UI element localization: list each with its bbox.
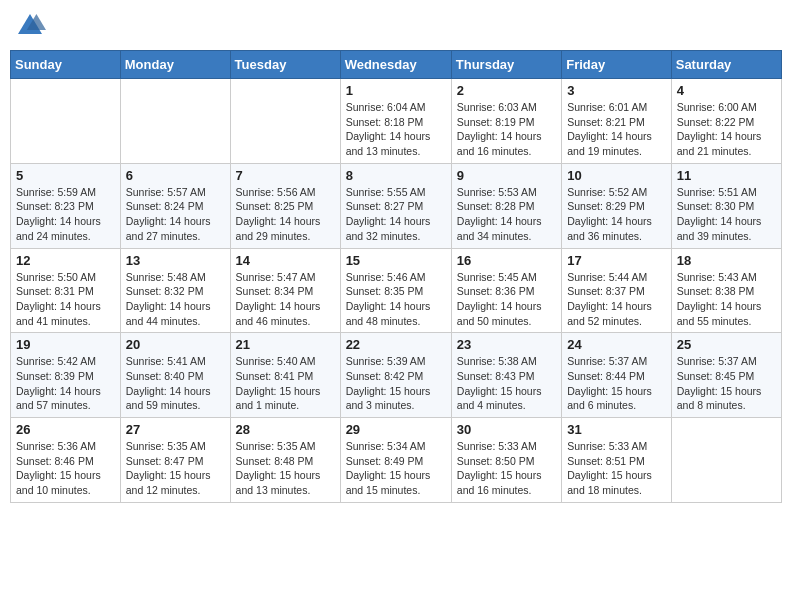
day-info: Sunrise: 5:46 AMSunset: 8:35 PMDaylight:… xyxy=(346,270,446,329)
day-number: 17 xyxy=(567,253,666,268)
day-number: 1 xyxy=(346,83,446,98)
day-number: 27 xyxy=(126,422,225,437)
calendar-cell: 31Sunrise: 5:33 AMSunset: 8:51 PMDayligh… xyxy=(562,418,672,503)
day-number: 15 xyxy=(346,253,446,268)
day-header-thursday: Thursday xyxy=(451,51,561,79)
day-info: Sunrise: 5:57 AMSunset: 8:24 PMDaylight:… xyxy=(126,185,225,244)
day-info: Sunrise: 5:53 AMSunset: 8:28 PMDaylight:… xyxy=(457,185,556,244)
calendar-cell: 5Sunrise: 5:59 AMSunset: 8:23 PMDaylight… xyxy=(11,163,121,248)
calendar-cell: 14Sunrise: 5:47 AMSunset: 8:34 PMDayligh… xyxy=(230,248,340,333)
day-header-monday: Monday xyxy=(120,51,230,79)
calendar-cell: 18Sunrise: 5:43 AMSunset: 8:38 PMDayligh… xyxy=(671,248,781,333)
calendar-cell: 29Sunrise: 5:34 AMSunset: 8:49 PMDayligh… xyxy=(340,418,451,503)
calendar-cell: 21Sunrise: 5:40 AMSunset: 8:41 PMDayligh… xyxy=(230,333,340,418)
day-info: Sunrise: 6:04 AMSunset: 8:18 PMDaylight:… xyxy=(346,100,446,159)
day-info: Sunrise: 5:39 AMSunset: 8:42 PMDaylight:… xyxy=(346,354,446,413)
day-header-saturday: Saturday xyxy=(671,51,781,79)
day-number: 9 xyxy=(457,168,556,183)
calendar-week-2: 12Sunrise: 5:50 AMSunset: 8:31 PMDayligh… xyxy=(11,248,782,333)
day-header-tuesday: Tuesday xyxy=(230,51,340,79)
day-number: 7 xyxy=(236,168,335,183)
calendar-week-0: 1Sunrise: 6:04 AMSunset: 8:18 PMDaylight… xyxy=(11,79,782,164)
calendar-cell xyxy=(671,418,781,503)
day-number: 4 xyxy=(677,83,776,98)
day-info: Sunrise: 5:44 AMSunset: 8:37 PMDaylight:… xyxy=(567,270,666,329)
calendar-cell: 11Sunrise: 5:51 AMSunset: 8:30 PMDayligh… xyxy=(671,163,781,248)
day-number: 20 xyxy=(126,337,225,352)
day-info: Sunrise: 5:37 AMSunset: 8:44 PMDaylight:… xyxy=(567,354,666,413)
day-number: 3 xyxy=(567,83,666,98)
day-number: 6 xyxy=(126,168,225,183)
day-number: 12 xyxy=(16,253,115,268)
day-number: 31 xyxy=(567,422,666,437)
calendar-cell: 22Sunrise: 5:39 AMSunset: 8:42 PMDayligh… xyxy=(340,333,451,418)
day-info: Sunrise: 5:52 AMSunset: 8:29 PMDaylight:… xyxy=(567,185,666,244)
day-info: Sunrise: 5:38 AMSunset: 8:43 PMDaylight:… xyxy=(457,354,556,413)
day-number: 25 xyxy=(677,337,776,352)
day-info: Sunrise: 5:50 AMSunset: 8:31 PMDaylight:… xyxy=(16,270,115,329)
calendar-cell: 13Sunrise: 5:48 AMSunset: 8:32 PMDayligh… xyxy=(120,248,230,333)
calendar-cell: 27Sunrise: 5:35 AMSunset: 8:47 PMDayligh… xyxy=(120,418,230,503)
header xyxy=(10,10,782,42)
day-info: Sunrise: 5:33 AMSunset: 8:51 PMDaylight:… xyxy=(567,439,666,498)
day-info: Sunrise: 5:43 AMSunset: 8:38 PMDaylight:… xyxy=(677,270,776,329)
calendar-body: 1Sunrise: 6:04 AMSunset: 8:18 PMDaylight… xyxy=(11,79,782,503)
day-info: Sunrise: 5:45 AMSunset: 8:36 PMDaylight:… xyxy=(457,270,556,329)
day-number: 14 xyxy=(236,253,335,268)
day-info: Sunrise: 5:37 AMSunset: 8:45 PMDaylight:… xyxy=(677,354,776,413)
calendar-cell: 8Sunrise: 5:55 AMSunset: 8:27 PMDaylight… xyxy=(340,163,451,248)
calendar-cell: 15Sunrise: 5:46 AMSunset: 8:35 PMDayligh… xyxy=(340,248,451,333)
day-info: Sunrise: 5:42 AMSunset: 8:39 PMDaylight:… xyxy=(16,354,115,413)
day-number: 5 xyxy=(16,168,115,183)
logo xyxy=(14,10,50,42)
day-info: Sunrise: 5:33 AMSunset: 8:50 PMDaylight:… xyxy=(457,439,556,498)
calendar-cell: 9Sunrise: 5:53 AMSunset: 8:28 PMDaylight… xyxy=(451,163,561,248)
calendar-cell: 10Sunrise: 5:52 AMSunset: 8:29 PMDayligh… xyxy=(562,163,672,248)
calendar-cell: 6Sunrise: 5:57 AMSunset: 8:24 PMDaylight… xyxy=(120,163,230,248)
day-number: 22 xyxy=(346,337,446,352)
calendar-cell: 20Sunrise: 5:41 AMSunset: 8:40 PMDayligh… xyxy=(120,333,230,418)
calendar-cell xyxy=(11,79,121,164)
day-number: 13 xyxy=(126,253,225,268)
day-header-friday: Friday xyxy=(562,51,672,79)
day-info: Sunrise: 5:40 AMSunset: 8:41 PMDaylight:… xyxy=(236,354,335,413)
calendar-cell: 24Sunrise: 5:37 AMSunset: 8:44 PMDayligh… xyxy=(562,333,672,418)
calendar-cell: 17Sunrise: 5:44 AMSunset: 8:37 PMDayligh… xyxy=(562,248,672,333)
calendar-cell: 4Sunrise: 6:00 AMSunset: 8:22 PMDaylight… xyxy=(671,79,781,164)
day-info: Sunrise: 5:59 AMSunset: 8:23 PMDaylight:… xyxy=(16,185,115,244)
day-header-sunday: Sunday xyxy=(11,51,121,79)
day-info: Sunrise: 5:51 AMSunset: 8:30 PMDaylight:… xyxy=(677,185,776,244)
calendar-cell: 2Sunrise: 6:03 AMSunset: 8:19 PMDaylight… xyxy=(451,79,561,164)
calendar-header: SundayMondayTuesdayWednesdayThursdayFrid… xyxy=(11,51,782,79)
days-header-row: SundayMondayTuesdayWednesdayThursdayFrid… xyxy=(11,51,782,79)
day-number: 28 xyxy=(236,422,335,437)
calendar-cell: 3Sunrise: 6:01 AMSunset: 8:21 PMDaylight… xyxy=(562,79,672,164)
day-number: 19 xyxy=(16,337,115,352)
calendar-cell: 28Sunrise: 5:35 AMSunset: 8:48 PMDayligh… xyxy=(230,418,340,503)
logo-icon xyxy=(14,10,46,42)
calendar-week-4: 26Sunrise: 5:36 AMSunset: 8:46 PMDayligh… xyxy=(11,418,782,503)
calendar-week-3: 19Sunrise: 5:42 AMSunset: 8:39 PMDayligh… xyxy=(11,333,782,418)
day-info: Sunrise: 6:00 AMSunset: 8:22 PMDaylight:… xyxy=(677,100,776,159)
day-number: 30 xyxy=(457,422,556,437)
day-info: Sunrise: 5:34 AMSunset: 8:49 PMDaylight:… xyxy=(346,439,446,498)
day-info: Sunrise: 5:56 AMSunset: 8:25 PMDaylight:… xyxy=(236,185,335,244)
day-number: 21 xyxy=(236,337,335,352)
day-number: 24 xyxy=(567,337,666,352)
day-info: Sunrise: 6:03 AMSunset: 8:19 PMDaylight:… xyxy=(457,100,556,159)
calendar-week-1: 5Sunrise: 5:59 AMSunset: 8:23 PMDaylight… xyxy=(11,163,782,248)
day-number: 26 xyxy=(16,422,115,437)
calendar-table: SundayMondayTuesdayWednesdayThursdayFrid… xyxy=(10,50,782,503)
day-info: Sunrise: 5:35 AMSunset: 8:48 PMDaylight:… xyxy=(236,439,335,498)
day-number: 2 xyxy=(457,83,556,98)
calendar-cell xyxy=(120,79,230,164)
calendar-cell: 23Sunrise: 5:38 AMSunset: 8:43 PMDayligh… xyxy=(451,333,561,418)
calendar-cell: 30Sunrise: 5:33 AMSunset: 8:50 PMDayligh… xyxy=(451,418,561,503)
day-info: Sunrise: 5:48 AMSunset: 8:32 PMDaylight:… xyxy=(126,270,225,329)
day-header-wednesday: Wednesday xyxy=(340,51,451,79)
calendar-cell: 7Sunrise: 5:56 AMSunset: 8:25 PMDaylight… xyxy=(230,163,340,248)
day-number: 10 xyxy=(567,168,666,183)
calendar-cell: 1Sunrise: 6:04 AMSunset: 8:18 PMDaylight… xyxy=(340,79,451,164)
day-number: 18 xyxy=(677,253,776,268)
day-info: Sunrise: 5:36 AMSunset: 8:46 PMDaylight:… xyxy=(16,439,115,498)
